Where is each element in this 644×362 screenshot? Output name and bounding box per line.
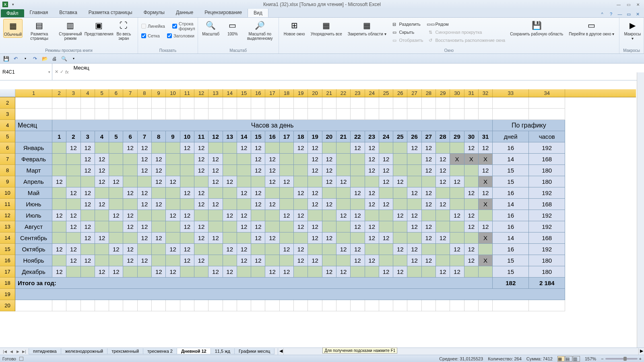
schedule-cell[interactable]: 12: [308, 142, 322, 154]
schedule-cell[interactable]: 12: [365, 255, 379, 266]
schedule-cell[interactable]: 12: [194, 165, 208, 176]
by-schedule-header[interactable]: По графику: [493, 120, 565, 131]
schedule-cell[interactable]: 12: [138, 199, 152, 210]
schedule-cell[interactable]: 12: [322, 154, 336, 165]
column-header[interactable]: 11: [180, 89, 194, 97]
schedule-cell[interactable]: [294, 266, 308, 278]
schedule-cell[interactable]: 12: [379, 176, 393, 187]
formula-input[interactable]: Месяц: [71, 64, 637, 80]
schedule-cell[interactable]: 12: [138, 142, 152, 154]
schedule-cell[interactable]: 12: [393, 176, 407, 187]
schedule-cell[interactable]: 12: [265, 266, 279, 278]
schedule-cell[interactable]: 12: [379, 165, 393, 176]
schedule-cell[interactable]: [407, 165, 421, 176]
empty-table-row[interactable]: [15, 289, 565, 300]
schedule-cell[interactable]: 12: [251, 154, 265, 165]
empty-cell[interactable]: [393, 97, 407, 109]
schedule-cell[interactable]: [208, 244, 223, 255]
schedule-cell[interactable]: 12: [351, 255, 365, 266]
schedule-cell[interactable]: [393, 142, 407, 154]
schedule-cell[interactable]: 12: [251, 165, 265, 176]
schedule-cell[interactable]: [280, 165, 294, 176]
sheet-tab[interactable]: железнодорожный: [61, 348, 108, 354]
hide-button[interactable]: ▭Скрыть: [390, 29, 424, 36]
empty-cell[interactable]: [322, 97, 336, 109]
schedule-cell[interactable]: [422, 244, 436, 255]
schedule-cell[interactable]: [52, 232, 66, 244]
schedule-cell[interactable]: [450, 142, 464, 154]
schedule-cell[interactable]: [138, 210, 152, 221]
empty-cell[interactable]: [251, 97, 265, 109]
schedule-cell[interactable]: 12: [109, 266, 123, 278]
last-sheet-icon[interactable]: ▶|: [21, 348, 27, 355]
view-break-icon[interactable]: ▥: [573, 356, 580, 362]
reset-position-button[interactable]: ↺Восстановить расположение окна: [427, 37, 506, 44]
day-number-header[interactable]: 30: [464, 131, 479, 142]
empty-cell[interactable]: [479, 300, 493, 311]
schedule-cell[interactable]: 12: [379, 154, 393, 165]
days-sum-cell[interactable]: 15: [493, 255, 529, 266]
ribbon-tab-Рецензирование[interactable]: Рецензирование: [199, 8, 248, 17]
schedule-cell[interactable]: [166, 154, 180, 165]
schedule-cell[interactable]: [237, 266, 251, 278]
schedule-cell[interactable]: [166, 187, 180, 199]
empty-cell[interactable]: [95, 109, 109, 120]
column-header[interactable]: 7: [123, 89, 137, 97]
empty-cell[interactable]: [81, 97, 95, 109]
schedule-cell[interactable]: [265, 244, 279, 255]
day-number-header[interactable]: 17: [280, 131, 294, 142]
hours-sum-cell[interactable]: 192: [529, 187, 565, 199]
ribbon-tab-Главная[interactable]: Главная: [24, 8, 54, 17]
schedule-cell[interactable]: [479, 266, 493, 278]
schedule-cell[interactable]: [109, 255, 123, 266]
schedule-cell[interactable]: [237, 232, 251, 244]
schedule-cell[interactable]: [336, 199, 351, 210]
sheet-tab[interactable]: трехсменный: [107, 348, 143, 354]
schedule-cell[interactable]: [123, 266, 137, 278]
zoom-100-button[interactable]: ▭100%: [223, 19, 242, 37]
schedule-cell[interactable]: [436, 187, 450, 199]
column-header[interactable]: 1: [15, 89, 52, 97]
empty-cell[interactable]: [407, 300, 421, 311]
empty-cell[interactable]: [365, 300, 379, 311]
schedule-cell[interactable]: [393, 165, 407, 176]
schedule-cell[interactable]: [66, 199, 80, 210]
schedule-cell[interactable]: 12: [294, 221, 308, 232]
schedule-cell[interactable]: 12: [322, 232, 336, 244]
ribbon-tab-Разметка страницы[interactable]: Разметка страницы: [83, 8, 138, 17]
schedule-cell[interactable]: 12: [208, 176, 223, 187]
schedule-cell[interactable]: [393, 154, 407, 165]
schedule-cell[interactable]: 12: [294, 142, 308, 154]
schedule-cell[interactable]: [379, 210, 393, 221]
column-header[interactable]: 22: [336, 89, 351, 97]
row-header[interactable]: 19: [0, 289, 15, 300]
empty-cell[interactable]: [223, 97, 237, 109]
schedule-cell[interactable]: 12: [95, 266, 109, 278]
day-number-header[interactable]: 9: [166, 131, 180, 142]
month-name-cell[interactable]: Август: [15, 221, 52, 232]
schedule-cell[interactable]: 12: [194, 232, 208, 244]
empty-cell[interactable]: [109, 300, 123, 311]
schedule-cell[interactable]: 12: [52, 210, 66, 221]
days-sum-cell[interactable]: 16: [493, 210, 529, 221]
schedule-cell[interactable]: [109, 142, 123, 154]
schedule-cell[interactable]: 12: [322, 266, 336, 278]
schedule-cell[interactable]: [294, 165, 308, 176]
schedule-cell[interactable]: [351, 165, 365, 176]
column-header[interactable]: 23: [351, 89, 365, 97]
schedule-cell[interactable]: [138, 244, 152, 255]
schedule-cell[interactable]: [407, 266, 421, 278]
day-number-header[interactable]: 24: [379, 131, 393, 142]
schedule-cell[interactable]: 12: [223, 210, 237, 221]
day-number-header[interactable]: 13: [223, 131, 237, 142]
days-sum-cell[interactable]: 15: [493, 165, 529, 176]
schedule-cell[interactable]: [450, 221, 464, 232]
empty-cell[interactable]: [109, 109, 123, 120]
schedule-cell[interactable]: 12: [450, 266, 464, 278]
schedule-cell[interactable]: X: [479, 176, 493, 187]
schedule-cell[interactable]: 12: [479, 221, 493, 232]
column-header[interactable]: 19: [294, 89, 308, 97]
column-header[interactable]: 27: [407, 89, 421, 97]
schedule-cell[interactable]: 12: [308, 154, 322, 165]
schedule-cell[interactable]: X: [479, 255, 493, 266]
